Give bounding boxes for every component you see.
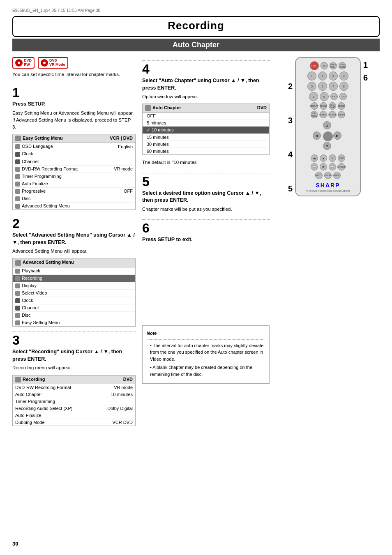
topmenu-button[interactable]: TOPMENU [311, 111, 318, 118]
adv-easymenu-label: Easy Setting Menu [15, 320, 60, 325]
note-title: Note [147, 330, 265, 337]
note-bullet-2: • A blank chapter may be created dependi… [150, 364, 265, 378]
remote-num-row2: 5 6 7 8 [307, 82, 348, 91]
btn-2[interactable]: 2 [318, 71, 327, 81]
setup-button[interactable]: SETUP [338, 102, 345, 110]
space-button[interactable]: SPACE [320, 102, 327, 110]
clock-icon [15, 152, 20, 157]
note-box: Note • The interval for auto chapter mar… [142, 325, 270, 384]
toff-button[interactable]: T-OFF [321, 62, 328, 69]
remote-func-row: DISPLAY SPACE SGMCAST SETUP [311, 102, 345, 110]
prev-button[interactable]: ⏮ [311, 154, 318, 162]
adv-disc-label: Disc [15, 313, 30, 318]
step5-divider [142, 173, 270, 173]
remote-transport-row1: ⏮ ■ ⏸ SKIP [311, 154, 345, 162]
page-number: 30 [12, 541, 18, 547]
search-button[interactable]: SEARCH [338, 163, 345, 170]
rew-button[interactable]: ⏪ [311, 163, 318, 170]
left-step-labels: 2 3 4 5 [288, 57, 293, 193]
rec-autochap-label: Auto Chapter [15, 392, 42, 397]
adv-menu-icon [15, 260, 21, 266]
fwd-button[interactable]: ⏩ [329, 163, 336, 170]
skip-button[interactable]: SKIP [338, 154, 345, 162]
play-button[interactable]: ▶ [320, 163, 327, 170]
intro-text: You can set specific time interval for c… [12, 71, 136, 78]
dvdrw-icon [15, 167, 20, 172]
btn-9[interactable]: 9 [309, 92, 318, 101]
note-bullet-1: • The interval for auto chapter marks ma… [150, 342, 265, 363]
autofinalize-icon [15, 182, 20, 187]
step5-desc: Chapter marks will be put as you specifi… [142, 206, 270, 213]
rec-row-timer: Timer Programming [13, 398, 135, 405]
rec-dubbing-value: VCR DVD [112, 420, 133, 425]
enter-sm-button[interactable]: ENTER [338, 111, 345, 118]
arrow-right-button[interactable]: ▶ [333, 131, 341, 140]
rec-row-audio: Recording Audio Select (XP) Dolby Digita… [13, 405, 135, 412]
option-off: OFF [143, 113, 269, 120]
ch-button[interactable]: CH [339, 93, 347, 100]
adv-row-clock: Clock [13, 297, 135, 304]
rec-finalize-label: Auto Finalize [15, 413, 42, 418]
remote-top-row: PWR T-OFF TIMERREC. OPENCLOSE [310, 61, 346, 70]
row-autofinalize-label: Auto Finalize [15, 181, 48, 187]
adv-selectvideo-label: Select Video [15, 290, 47, 296]
ac-menu-icon [145, 105, 151, 111]
menu-row-clock: Clock [13, 150, 135, 158]
btn-6[interactable]: 6 [318, 82, 327, 91]
row-clock-label: Clock [15, 151, 33, 157]
dvd-disc-1 [15, 59, 23, 67]
step2-desc: Advanced Setting Menu will appear. [12, 248, 136, 255]
adv-row-channel: Channel [13, 304, 135, 312]
btn-8[interactable]: 8 [339, 82, 348, 91]
enter-button[interactable] [323, 131, 333, 141]
mnd-button[interactable]: MND [330, 93, 338, 100]
auto-chapter-badge: DVD [257, 105, 267, 111]
adv-easymenu-icon [15, 320, 20, 325]
label-1: 1 [363, 60, 368, 70]
subtitle-button[interactable]: SUBTTL [315, 172, 323, 179]
return-button[interactable]: RETURN [329, 111, 336, 118]
option-10min: ✓ 10 minutes [143, 127, 269, 134]
btn-5[interactable]: 5 [307, 82, 316, 91]
audio-button[interactable]: AUDIO [333, 172, 341, 179]
easy-setting-header: Easy Setting Menu VCR | DVD [13, 134, 135, 143]
adv-clock-label: Clock [15, 298, 33, 303]
step2-number: 2 [12, 217, 136, 230]
woblet-button[interactable]: WOBLET [320, 111, 327, 118]
pause-button[interactable]: ⏸ [329, 154, 336, 162]
btn-3[interactable]: 3 [329, 71, 338, 81]
main-title-box: Recording [12, 16, 380, 37]
easy-setting-badge: VCR | DVD [110, 136, 133, 141]
display-button[interactable]: DISPLAY [311, 102, 318, 110]
open-button[interactable]: OPENCLOSE [339, 62, 346, 69]
step3-desc: Recording menu will appear. [12, 364, 136, 371]
label-4: 4 [288, 150, 293, 159]
step5-number: 5 [142, 175, 270, 188]
sgmcast-button[interactable]: SGMCAST [329, 102, 336, 110]
center-column: 4 Select "Auto Chapter" using Cursor ▲ /… [142, 57, 270, 431]
dvd-logos: DVDRW DVDVR Mode [12, 57, 136, 69]
dvd-vr-text: DVDVR Mode [49, 59, 65, 67]
row-osd-value: English [118, 144, 133, 149]
adv-row-selectvideo: Select Video [13, 290, 135, 297]
btn-1[interactable]: 1 [307, 71, 316, 81]
stop-button[interactable]: ■ [320, 154, 327, 162]
btn-7[interactable]: 7 [329, 82, 338, 91]
menu-row-autofinalize: Auto Finalize [13, 180, 135, 188]
arrow-down-button[interactable]: ▼ [323, 142, 331, 150]
arrow-up-button[interactable]: ▲ [323, 121, 331, 129]
btn-0[interactable]: 0 [320, 92, 329, 101]
playback-icon [15, 269, 20, 274]
btn-4[interactable]: 4 [339, 71, 348, 81]
nav-cluster-wrapper: ▲ ◀ ▶ ▼ [313, 121, 343, 152]
dvd-logo-vr: DVDVR Mode [38, 57, 68, 69]
power-button[interactable]: PWR [310, 61, 319, 70]
easy-setting-menu: Easy Setting Menu VCR | DVD OSD Language… [12, 134, 136, 210]
meta-line: E9656UD_EN_1.qx4 05.7.15 11:55 AM Page 3… [12, 8, 380, 13]
zoom-button[interactable]: ZOOM [324, 172, 332, 179]
step5-title: Select a desired time option using Curso… [142, 190, 270, 204]
arrow-left-button[interactable]: ◀ [313, 131, 321, 140]
timerrec-button[interactable]: TIMERREC. [330, 62, 337, 69]
remote-inner: PWR T-OFF TIMERREC. OPENCLOSE 1 2 3 4 [298, 61, 357, 192]
adv-disc-icon [15, 313, 20, 318]
